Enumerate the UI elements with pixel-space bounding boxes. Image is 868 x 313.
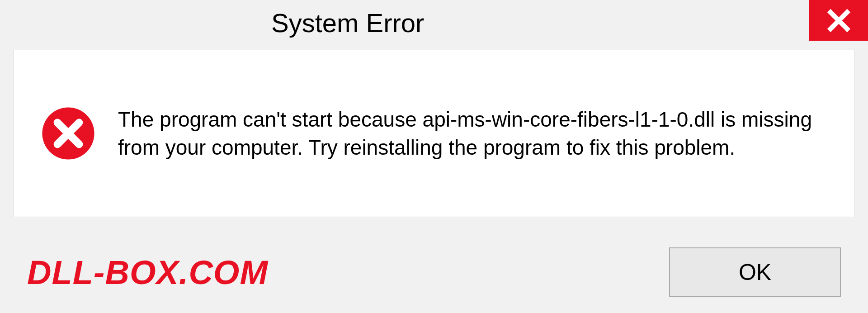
dialog-titlebar: System Error — [0, 0, 868, 45]
close-icon — [826, 8, 851, 33]
watermark-brand: DLL-BOX.COM — [27, 253, 268, 292]
close-button[interactable] — [809, 0, 868, 41]
ok-button[interactable]: OK — [669, 247, 841, 297]
dialog-footer: DLL-BOX.COM OK — [0, 232, 868, 313]
error-circle-icon — [41, 106, 95, 161]
error-message: The program can't start because api-ms-w… — [118, 105, 827, 161]
dialog-content-panel: The program can't start because api-ms-w… — [14, 50, 854, 217]
dialog-title: System Error — [271, 8, 424, 38]
